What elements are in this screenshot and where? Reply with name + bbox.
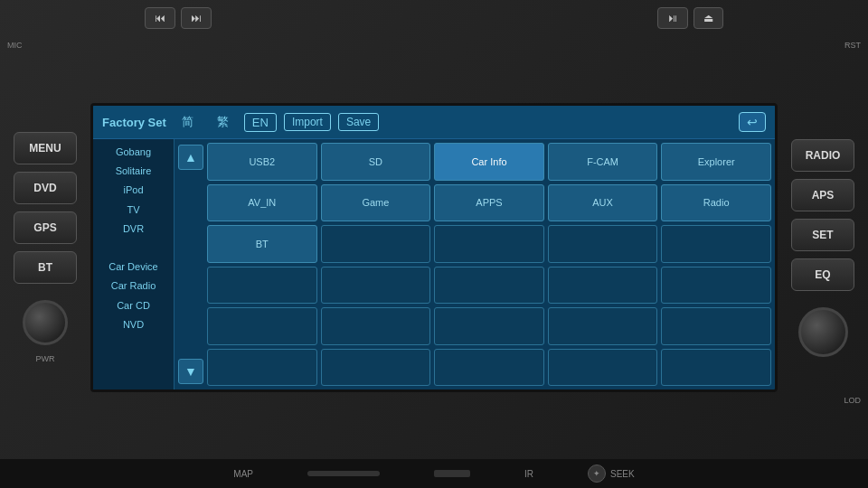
- app-apps[interactable]: APPS: [434, 184, 544, 222]
- app-empty-20: [207, 307, 317, 345]
- next-btn[interactable]: ⏭: [181, 7, 212, 29]
- import-btn[interactable]: Import: [284, 113, 331, 131]
- app-fcam[interactable]: F-CAM: [548, 143, 658, 181]
- top-right-btns: ⏯ ⏏: [657, 7, 723, 29]
- radio-btn[interactable]: RADIO: [791, 139, 854, 172]
- back-btn[interactable]: ↩: [739, 112, 766, 132]
- pwr-knob[interactable]: [23, 300, 68, 345]
- scroll-col: ▲ ▼: [178, 143, 203, 386]
- sidebar-item-car-device[interactable]: Car Device: [93, 258, 174, 277]
- screen-topbar: Factory Set 简 繁 EN Import Save ↩: [93, 106, 775, 139]
- sidebar-item-car-cd[interactable]: Car CD: [93, 296, 174, 315]
- eject-btn[interactable]: ⏏: [693, 7, 723, 29]
- ir-label: IR: [524, 469, 533, 479]
- sidebar-item-solitaire[interactable]: Solitaire: [93, 162, 174, 181]
- app-grid: USB2 SD Car Info F-CAM Explorer AV_IN Ga…: [207, 143, 771, 386]
- top-controls: ⏮ ⏭ ⏯ ⏏: [0, 0, 868, 36]
- app-empty-12: [434, 225, 544, 263]
- app-sd[interactable]: SD: [321, 143, 431, 181]
- app-empty-26: [321, 349, 431, 387]
- bt-btn[interactable]: BT: [14, 251, 77, 284]
- app-empty-22: [434, 307, 544, 345]
- map-label: MAP: [233, 469, 253, 479]
- app-avin[interactable]: AV_IN: [207, 184, 317, 222]
- prev-btn[interactable]: ⏮: [145, 7, 175, 29]
- app-empty-19: [661, 267, 771, 305]
- sidebar-item-tv[interactable]: TV: [93, 201, 174, 220]
- app-car-info[interactable]: Car Info: [434, 143, 544, 181]
- eq-btn[interactable]: EQ: [791, 258, 854, 291]
- sd-slot: [434, 470, 470, 477]
- pwr-label: PWR: [36, 354, 55, 363]
- sidebar-item-empty: [93, 239, 174, 258]
- screen-sidebar: Gobang Solitaire iPod TV DVR Car Device …: [93, 139, 175, 389]
- app-aux[interactable]: AUX: [548, 184, 658, 222]
- app-empty-29: [661, 349, 771, 387]
- lang-simple-btn[interactable]: 简: [174, 111, 202, 133]
- app-empty-16: [321, 267, 431, 305]
- bottom-controls: MAP IR ✦ SEEK: [0, 459, 868, 488]
- app-empty-25: [207, 349, 317, 387]
- scroll-up-btn[interactable]: ▲: [178, 145, 203, 170]
- main-screen: Factory Set 简 繁 EN Import Save ↩ Gobang …: [90, 103, 778, 392]
- save-btn[interactable]: Save: [338, 113, 379, 131]
- seek-area: ✦ SEEK: [588, 465, 635, 483]
- lang-en-btn[interactable]: EN: [244, 113, 277, 132]
- app-empty-18: [548, 267, 658, 305]
- aps-btn[interactable]: APS: [791, 179, 854, 211]
- app-empty-17: [434, 267, 544, 305]
- app-empty-13: [548, 225, 658, 263]
- app-empty-14: [661, 225, 771, 263]
- app-usb2[interactable]: USB2: [207, 143, 317, 181]
- menu-btn[interactable]: MENU: [14, 132, 77, 164]
- factory-set-label: Factory Set: [102, 116, 166, 129]
- app-empty-11: [321, 225, 431, 263]
- rst-label: RST: [844, 41, 861, 50]
- vol-knob[interactable]: [798, 307, 848, 357]
- sidebar-item-dvr[interactable]: DVR: [93, 220, 174, 239]
- left-panel: MIC MENU DVD GPS BT PWR: [0, 36, 90, 459]
- set-btn[interactable]: SET: [791, 219, 854, 251]
- app-empty-23: [548, 307, 658, 345]
- top-left-btns: ⏮ ⏭: [145, 7, 212, 29]
- app-game[interactable]: Game: [321, 184, 431, 222]
- app-radio[interactable]: Radio: [661, 184, 771, 222]
- right-panel: RST RADIO APS SET EQ LOD: [778, 36, 868, 459]
- lang-trad-btn[interactable]: 繁: [209, 111, 237, 133]
- seek-label: SEEK: [610, 469, 635, 479]
- sidebar-item-gobang[interactable]: Gobang: [93, 143, 174, 162]
- seek-circle[interactable]: ✦: [588, 465, 606, 483]
- disc-slot: [307, 471, 380, 476]
- dvd-btn[interactable]: DVD: [14, 172, 77, 204]
- scroll-down-btn[interactable]: ▼: [178, 359, 203, 384]
- app-empty-28: [548, 349, 658, 387]
- sidebar-item-nvd[interactable]: NVD: [93, 315, 174, 334]
- play-btn[interactable]: ⏯: [657, 7, 688, 29]
- unit-body: MIC MENU DVD GPS BT PWR Factory Set 简 繁 …: [0, 36, 868, 459]
- app-bt[interactable]: BT: [207, 225, 317, 263]
- app-empty-15: [207, 267, 317, 305]
- app-empty-21: [321, 307, 431, 345]
- screen-content: Gobang Solitaire iPod TV DVR Car Device …: [93, 139, 775, 389]
- sidebar-item-car-radio[interactable]: Car Radio: [93, 277, 174, 296]
- app-empty-27: [434, 349, 544, 387]
- screen-grid-area: ▲ ▼ USB2 SD Car Info F-CAM Explorer AV_I…: [175, 139, 775, 389]
- mic-label: MIC: [7, 41, 23, 50]
- car-unit: ⏮ ⏭ ⏯ ⏏ MIC MENU DVD GPS BT PWR Factory …: [0, 0, 868, 488]
- sidebar-item-ipod[interactable]: iPod: [93, 181, 174, 200]
- app-explorer[interactable]: Explorer: [661, 143, 771, 181]
- app-empty-24: [661, 307, 771, 345]
- gps-btn[interactable]: GPS: [14, 211, 77, 244]
- lod-label: LOD: [844, 396, 861, 405]
